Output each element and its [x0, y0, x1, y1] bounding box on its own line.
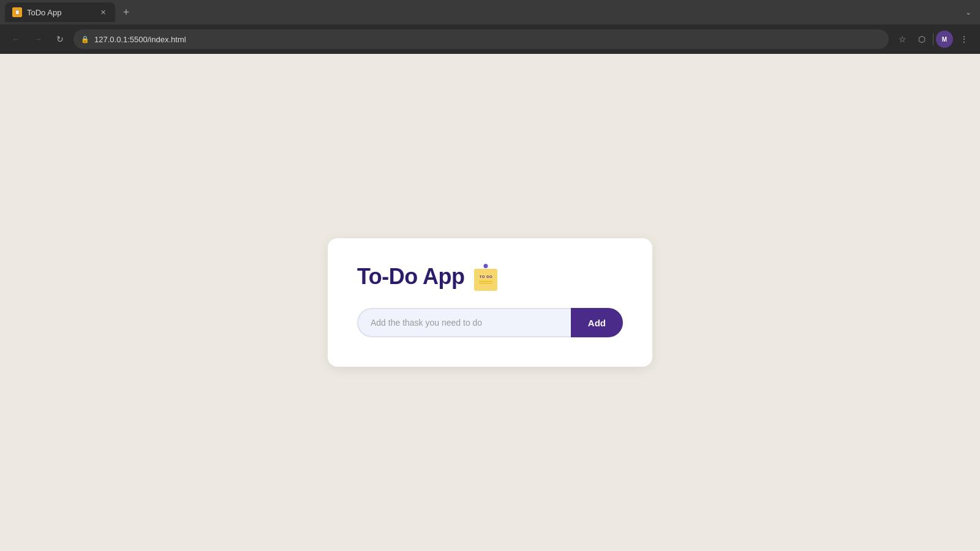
tab-actions: ⌄ [962, 6, 975, 19]
todo-card: To-Do App TO DO Add [328, 238, 652, 367]
page-content: To-Do App TO DO Add [0, 54, 980, 551]
add-button[interactable]: Add [571, 308, 623, 337]
tab-close-button[interactable]: ✕ [98, 7, 108, 17]
address-bar[interactable]: 🔒 127.0.0.1:5500/index.html [74, 29, 889, 49]
todo-icon: TO DO [472, 263, 500, 291]
browser-action-buttons: ☆ ⬡ M ⋮ [894, 31, 973, 48]
lock-icon: 🔒 [81, 36, 89, 43]
profile-button[interactable]: M [936, 31, 953, 48]
back-button[interactable]: ← [7, 31, 24, 48]
forward-button[interactable]: → [29, 31, 47, 48]
sticky-note-text: TO DO [480, 275, 492, 279]
extensions-button[interactable]: ⬡ [913, 31, 930, 48]
address-bar-row: ← → ↻ 🔒 127.0.0.1:5500/index.html ☆ ⬡ M … [0, 24, 980, 54]
tab-title: ToDo App [27, 8, 93, 17]
bookmark-button[interactable]: ☆ [894, 31, 911, 48]
sticky-dot [484, 264, 488, 268]
app-title: To-Do App [357, 264, 464, 290]
active-tab[interactable]: 📋 ToDo App ✕ [5, 2, 115, 22]
tab-bar: 📋 ToDo App ✕ + ⌄ [0, 0, 980, 24]
input-row: Add [357, 308, 623, 337]
task-input[interactable] [357, 308, 571, 337]
tab-favicon-icon: 📋 [12, 7, 22, 17]
tabs-dropdown-button[interactable]: ⌄ [962, 6, 975, 19]
browser-chrome: 📋 ToDo App ✕ + ⌄ ← → ↻ 🔒 127.0.0.1:5500/… [0, 0, 980, 54]
toolbar-divider [933, 33, 933, 45]
todo-header: To-Do App TO DO [357, 263, 623, 291]
refresh-button[interactable]: ↻ [51, 31, 69, 48]
sticky-line-2 [479, 283, 492, 284]
menu-button[interactable]: ⋮ [956, 31, 973, 48]
sticky-note-lines [479, 280, 492, 285]
new-tab-button[interactable]: + [118, 4, 135, 21]
sticky-line-1 [479, 281, 492, 282]
sticky-note: TO DO [474, 269, 497, 291]
url-display: 127.0.0.1:5500/index.html [94, 35, 881, 44]
